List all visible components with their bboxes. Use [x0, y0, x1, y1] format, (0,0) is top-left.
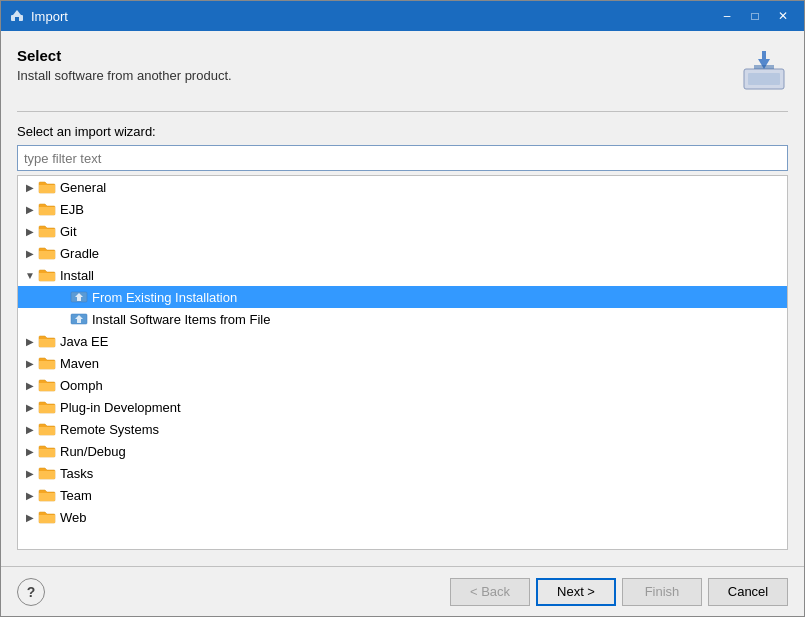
child-icon-from-existing	[70, 290, 88, 304]
expand-arrow-ejb: ▶	[22, 201, 38, 217]
item-label-install-software: Install Software Items from File	[92, 312, 270, 327]
expand-arrow-install: ▼	[22, 267, 38, 283]
header-separator	[17, 111, 788, 112]
expand-arrow-git: ▶	[22, 223, 38, 239]
folder-icon-gradle	[38, 246, 56, 260]
expand-arrow-remote-systems: ▶	[22, 421, 38, 437]
svg-rect-2	[748, 73, 780, 85]
tree-item-git[interactable]: ▶ Git	[18, 220, 787, 242]
folder-icon-java-ee	[38, 334, 56, 348]
tree-item-remote-systems[interactable]: ▶ Remote Systems	[18, 418, 787, 440]
page-subtitle: Install software from another product.	[17, 68, 232, 83]
expand-arrow-run-debug: ▶	[22, 443, 38, 459]
item-label-from-existing: From Existing Installation	[92, 290, 237, 305]
tree-container[interactable]: ▶ General ▶ EJB	[17, 175, 788, 550]
folder-icon-ejb	[38, 202, 56, 216]
tree-item-general[interactable]: ▶ General	[18, 176, 787, 198]
folder-icon-oomph	[38, 378, 56, 392]
tree-item-install[interactable]: ▼ Install	[18, 264, 787, 286]
tree-item-tasks[interactable]: ▶ Tasks	[18, 462, 787, 484]
tree-item-maven[interactable]: ▶ Maven	[18, 352, 787, 374]
header-section: Select Install software from another pro…	[17, 47, 788, 95]
title-bar: Import – □ ✕	[1, 1, 804, 31]
cancel-button[interactable]: Cancel	[708, 578, 788, 606]
import-dialog: Import – □ ✕ Select Install software fro…	[0, 0, 805, 617]
folder-icon-plugin-dev	[38, 400, 56, 414]
expand-arrow-tasks: ▶	[22, 465, 38, 481]
folder-icon-tasks	[38, 466, 56, 480]
item-label-general: General	[60, 180, 106, 195]
expand-arrow-team: ▶	[22, 487, 38, 503]
footer-buttons: < Back Next > Finish Cancel	[450, 578, 788, 606]
folder-icon-git	[38, 224, 56, 238]
item-label-oomph: Oomph	[60, 378, 103, 393]
wizard-label: Select an import wizard:	[17, 124, 788, 139]
tree-item-web[interactable]: ▶ Web	[18, 506, 787, 528]
item-label-git: Git	[60, 224, 77, 239]
expand-arrow-oomph: ▶	[22, 377, 38, 393]
tree-item-ejb[interactable]: ▶ EJB	[18, 198, 787, 220]
expand-arrow-web: ▶	[22, 509, 38, 525]
item-label-remote-systems: Remote Systems	[60, 422, 159, 437]
item-label-java-ee: Java EE	[60, 334, 108, 349]
item-label-web: Web	[60, 510, 87, 525]
child-icon-install-software	[70, 312, 88, 326]
item-label-plugin-dev: Plug-in Development	[60, 400, 181, 415]
expand-arrow-gradle: ▶	[22, 245, 38, 261]
expand-arrow-general: ▶	[22, 179, 38, 195]
folder-icon-maven	[38, 356, 56, 370]
folder-icon-remote-systems	[38, 422, 56, 436]
item-label-gradle: Gradle	[60, 246, 99, 261]
tree-item-team[interactable]: ▶ Team	[18, 484, 787, 506]
header-icon	[740, 47, 788, 95]
tree-item-java-ee[interactable]: ▶ Java EE	[18, 330, 787, 352]
minimize-button[interactable]: –	[714, 6, 740, 26]
help-button[interactable]: ?	[17, 578, 45, 606]
footer: ? < Back Next > Finish Cancel	[1, 566, 804, 616]
folder-icon-team	[38, 488, 56, 502]
window-title: Import	[31, 9, 714, 24]
tree-item-from-existing[interactable]: From Existing Installation	[18, 286, 787, 308]
tree-item-run-debug[interactable]: ▶ Run/Debug	[18, 440, 787, 462]
item-label-ejb: EJB	[60, 202, 84, 217]
window-icon	[9, 7, 25, 26]
header-text: Select Install software from another pro…	[17, 47, 232, 83]
finish-button[interactable]: Finish	[622, 578, 702, 606]
tree-item-install-software[interactable]: Install Software Items from File	[18, 308, 787, 330]
item-label-team: Team	[60, 488, 92, 503]
folder-icon-install	[38, 268, 56, 282]
item-label-run-debug: Run/Debug	[60, 444, 126, 459]
footer-left: ?	[17, 578, 450, 606]
maximize-button[interactable]: □	[742, 6, 768, 26]
tree-item-oomph[interactable]: ▶ Oomph	[18, 374, 787, 396]
folder-icon-web	[38, 510, 56, 524]
page-title: Select	[17, 47, 232, 64]
tree-item-plugin-dev[interactable]: ▶ Plug-in Development	[18, 396, 787, 418]
back-button[interactable]: < Back	[450, 578, 530, 606]
expand-arrow-java-ee: ▶	[22, 333, 38, 349]
content-area: Select Install software from another pro…	[1, 31, 804, 566]
expand-arrow-plugin-dev: ▶	[22, 399, 38, 415]
window-controls: – □ ✕	[714, 6, 796, 26]
next-button[interactable]: Next >	[536, 578, 616, 606]
item-label-install: Install	[60, 268, 94, 283]
close-button[interactable]: ✕	[770, 6, 796, 26]
folder-icon-run-debug	[38, 444, 56, 458]
folder-icon-general	[38, 180, 56, 194]
filter-input[interactable]	[17, 145, 788, 171]
item-label-maven: Maven	[60, 356, 99, 371]
item-label-tasks: Tasks	[60, 466, 93, 481]
tree-item-gradle[interactable]: ▶ Gradle	[18, 242, 787, 264]
expand-arrow-maven: ▶	[22, 355, 38, 371]
